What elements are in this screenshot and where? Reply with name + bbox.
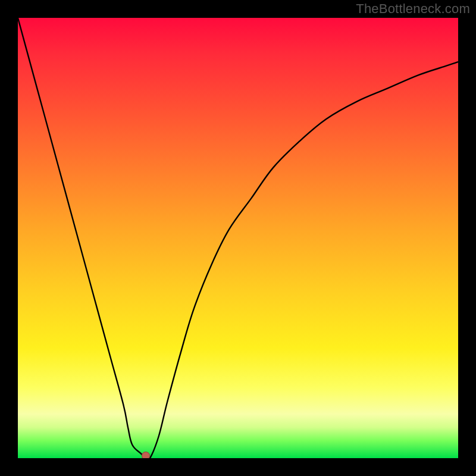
watermark-text: TheBottleneck.com <box>356 1 470 17</box>
plot-area <box>18 18 458 458</box>
curve-path <box>18 18 458 458</box>
optimum-marker-icon <box>142 452 150 458</box>
bottleneck-curve <box>18 18 458 458</box>
chart-frame: TheBottleneck.com <box>0 0 476 476</box>
